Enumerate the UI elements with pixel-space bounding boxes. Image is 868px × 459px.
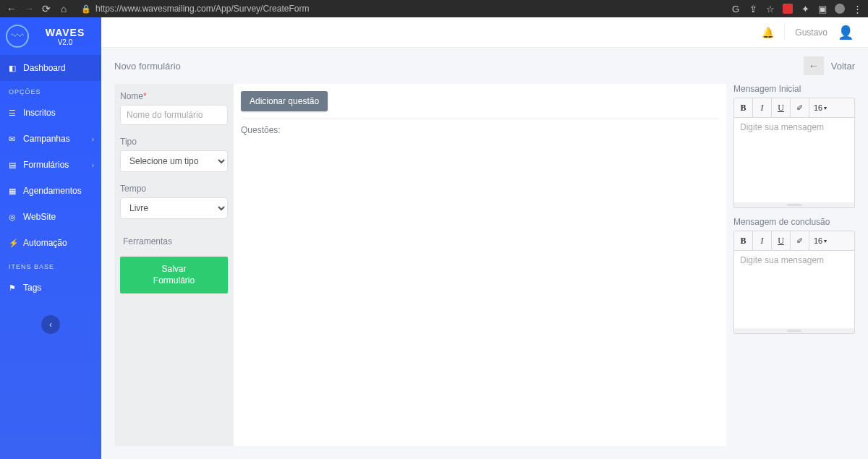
google-ext-icon[interactable]: G <box>731 4 741 14</box>
caret-down-icon: ▾ <box>824 105 827 111</box>
bell-icon[interactable]: 🔔 <box>762 27 774 38</box>
page-title: Novo formulário <box>114 61 181 72</box>
sidebar-item-label: Tags <box>23 283 93 293</box>
resize-handle[interactable] <box>733 328 855 334</box>
brand-name: WAVES <box>46 27 85 38</box>
back-label: Voltar <box>831 61 855 72</box>
time-label: Tempo <box>120 184 228 194</box>
share-icon[interactable]: ⇪ <box>748 4 758 14</box>
save-form-button[interactable]: SalvarFormulário <box>120 257 228 293</box>
messages-panel: Mensagem Inicial B I U ✐ 16▾ Digite sua … <box>726 84 855 446</box>
users-icon: ☰ <box>9 108 17 118</box>
tools-label: Ferramentas <box>120 231 228 254</box>
menu-dots-icon[interactable]: ⋮ <box>852 4 862 14</box>
sidebar-item-website[interactable]: ◎ WebSite <box>0 204 101 230</box>
sidebar-collapse-button[interactable]: ‹ <box>41 315 60 334</box>
sidebar-item-inscritos[interactable]: ☰ Inscritos <box>0 100 101 126</box>
brand-version: V2.0 <box>58 38 73 46</box>
browser-chrome: ← → ⟳ ⌂ 🔒 https://www.wavesmailing.com/A… <box>0 0 868 17</box>
brand-logo-icon: 〰 <box>6 25 29 48</box>
topbar: 🔔 Gustavo 👤 <box>101 17 868 48</box>
extension-red-icon[interactable] <box>783 4 793 14</box>
sidebar-item-agendamentos[interactable]: ▦ Agendamentos <box>0 178 101 204</box>
sidebar: 〰 WAVES V2.0 ◧ Dashboard OPÇÕES ☰ Inscri… <box>0 17 101 459</box>
conclusion-message-editor[interactable]: Digite sua mensagem <box>733 251 855 330</box>
star-icon[interactable]: ☆ <box>765 4 775 14</box>
type-label: Tipo <box>120 137 228 147</box>
sidebar-item-label: Inscritos <box>23 108 93 118</box>
globe-icon: ◎ <box>9 213 17 222</box>
divider <box>784 25 785 40</box>
caret-down-icon: ▾ <box>824 238 827 244</box>
sidebar-item-label: Campanhas <box>23 134 93 144</box>
panel-icon[interactable]: ▣ <box>817 4 827 14</box>
brand-block: 〰 WAVES V2.0 <box>0 17 101 55</box>
resize-handle[interactable] <box>733 202 855 208</box>
lock-icon: 🔒 <box>81 4 91 14</box>
initial-message-title: Mensagem Inicial <box>733 84 855 94</box>
envelope-icon: ✉ <box>9 134 17 144</box>
type-select[interactable]: Selecione um tipo <box>120 150 228 172</box>
avatar-icon[interactable]: 👤 <box>838 25 854 40</box>
chrome-extensions: G ⇪ ☆ ✦ ▣ ⋮ <box>731 4 862 14</box>
chevron-right-icon: › <box>92 161 94 169</box>
reload-icon[interactable]: ⟳ <box>41 3 52 14</box>
editor-toolbar-conclusion: B I U ✐ 16▾ <box>733 231 855 251</box>
divider <box>241 119 719 119</box>
dashboard-icon: ◧ <box>9 64 17 73</box>
italic-button[interactable]: I <box>753 231 772 250</box>
form-name-input[interactable] <box>120 105 228 125</box>
sidebar-item-tags[interactable]: ⚑ Tags <box>0 275 101 301</box>
url-bar[interactable]: 🔒 https://www.wavesmailing.com/App/Surve… <box>81 4 725 14</box>
sidebar-item-formularios[interactable]: ▤ Formulários › <box>0 152 101 178</box>
sidebar-item-automacao[interactable]: ⚡ Automação <box>0 230 101 256</box>
bold-button[interactable]: B <box>734 231 753 250</box>
back-button[interactable]: ← <box>804 56 824 75</box>
italic-button[interactable]: I <box>753 98 772 117</box>
tag-icon: ⚑ <box>9 283 17 293</box>
time-select[interactable]: Livre <box>120 197 228 219</box>
add-question-button[interactable]: Adicionar questão <box>241 91 328 111</box>
home-icon[interactable]: ⌂ <box>58 3 69 14</box>
sidebar-item-label: Formulários <box>23 160 93 170</box>
main-area: 🔔 Gustavo 👤 Novo formulário ← Voltar Nom… <box>101 17 868 459</box>
fontsize-button[interactable]: 16▾ <box>809 98 831 117</box>
initial-message-editor[interactable]: Digite sua mensagem <box>733 118 855 205</box>
document-icon: ▤ <box>9 160 17 170</box>
sidebar-item-label: Agendamentos <box>23 186 93 196</box>
bolt-icon: ⚡ <box>9 239 17 248</box>
forward-nav-icon[interactable]: → <box>23 3 35 14</box>
underline-button[interactable]: U <box>772 98 791 117</box>
eraser-button[interactable]: ✐ <box>791 98 809 117</box>
questions-panel: Adicionar questão Questões: <box>234 84 726 446</box>
name-label: Nome* <box>120 91 228 101</box>
profile-avatar-icon[interactable] <box>835 4 845 14</box>
calendar-icon: ▦ <box>9 186 17 196</box>
chevron-right-icon: › <box>92 135 94 143</box>
sidebar-heading-opcoes: OPÇÕES <box>0 81 101 100</box>
sidebar-item-label: Dashboard <box>23 63 93 73</box>
conclusion-message-title: Mensagem de conclusão <box>733 217 855 227</box>
bold-button[interactable]: B <box>734 98 753 117</box>
eraser-button[interactable]: ✐ <box>791 231 809 250</box>
editor-toolbar-initial: B I U ✐ 16▾ <box>733 98 855 118</box>
sidebar-item-campanhas[interactable]: ✉ Campanhas › <box>0 126 101 152</box>
puzzle-icon[interactable]: ✦ <box>800 4 810 14</box>
underline-button[interactable]: U <box>772 231 791 250</box>
sidebar-item-label: WebSite <box>23 212 93 222</box>
sidebar-item-label: Automação <box>23 238 93 248</box>
conclusion-message-block: Mensagem de conclusão B I U ✐ 16▾ Digite… <box>733 217 855 334</box>
form-config-panel: Nome* Tipo Selecione um tipo Tempo Livre… <box>114 84 234 446</box>
user-name: Gustavo <box>795 27 827 38</box>
fontsize-button[interactable]: 16▾ <box>809 231 831 250</box>
back-nav-icon[interactable]: ← <box>6 3 17 14</box>
questions-label: Questões: <box>241 125 719 135</box>
sidebar-item-dashboard[interactable]: ◧ Dashboard <box>0 55 101 81</box>
url-text: https://www.wavesmailing.com/App/Survey/… <box>95 4 309 14</box>
sidebar-heading-itensbase: ITENS BASE <box>0 256 101 275</box>
initial-message-block: Mensagem Inicial B I U ✐ 16▾ Digite sua … <box>733 84 855 208</box>
back-button-group: ← Voltar <box>804 56 855 75</box>
